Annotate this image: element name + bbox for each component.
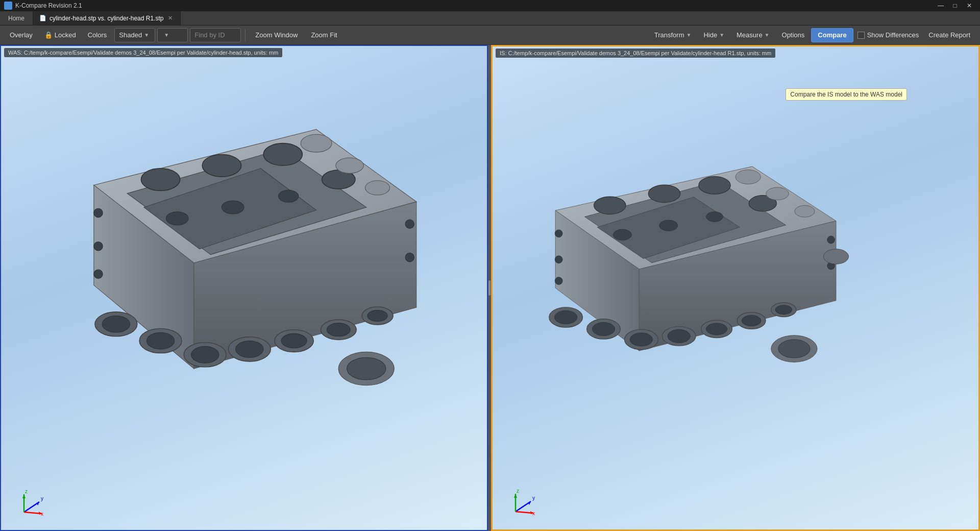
svg-point-70 bbox=[775, 305, 792, 315]
show-differences-container: Show Differences bbox=[854, 31, 922, 39]
svg-point-33 bbox=[301, 134, 332, 152]
show-differences-checkbox[interactable] bbox=[857, 32, 865, 39]
svg-point-81 bbox=[823, 249, 848, 264]
svg-point-23 bbox=[327, 323, 350, 336]
svg-point-4 bbox=[141, 168, 180, 191]
left-viewport-label: WAS: C:/temp/k-compare/Esempi/Validate d… bbox=[4, 48, 282, 57]
svg-point-49 bbox=[594, 197, 626, 214]
locked-toggle[interactable]: 🔒 Locked bbox=[40, 31, 80, 39]
close-button[interactable]: ✕ bbox=[963, 1, 976, 10]
svg-point-29 bbox=[405, 220, 414, 228]
svg-point-77 bbox=[778, 340, 810, 358]
svg-point-50 bbox=[648, 185, 680, 202]
svg-marker-87 bbox=[514, 494, 517, 498]
svg-point-54 bbox=[613, 229, 631, 240]
secondary-dropdown[interactable]: ▼ bbox=[157, 28, 188, 42]
transform-label: Transform bbox=[654, 31, 684, 39]
zoom-window-button[interactable]: Zoom Window bbox=[250, 28, 303, 42]
hide-button[interactable]: Hide ▼ bbox=[698, 28, 730, 42]
lock-icon: 🔒 bbox=[44, 31, 53, 39]
svg-point-27 bbox=[94, 242, 103, 251]
svg-point-15 bbox=[146, 332, 174, 349]
svg-text:z: z bbox=[517, 489, 519, 494]
svg-text:y: y bbox=[532, 495, 535, 501]
svg-point-78 bbox=[736, 170, 761, 184]
svg-point-68 bbox=[742, 315, 761, 326]
overlay-button[interactable]: Overlay bbox=[4, 28, 38, 42]
svg-point-73 bbox=[555, 277, 562, 285]
right-viewport[interactable]: IS: C:/temp/k-compare/Esempi/Validate de… bbox=[491, 45, 980, 531]
transform-arrow: ▼ bbox=[686, 32, 691, 38]
create-report-button[interactable]: Create Report bbox=[923, 28, 976, 42]
svg-point-21 bbox=[281, 333, 307, 348]
tab-home[interactable]: Home bbox=[0, 11, 33, 25]
svg-point-26 bbox=[94, 208, 103, 217]
svg-point-10 bbox=[222, 201, 244, 214]
right-viewport-label: IS: C:/temp/k-compare/Esempi/Validate de… bbox=[496, 49, 775, 58]
measure-button[interactable]: Measure ▼ bbox=[731, 28, 775, 42]
svg-point-25 bbox=[368, 310, 387, 322]
separator-1 bbox=[245, 29, 246, 41]
svg-point-35 bbox=[365, 181, 390, 195]
tab-file-icon: 📄 bbox=[39, 15, 46, 21]
svg-text:x: x bbox=[41, 511, 43, 517]
transform-button[interactable]: Transform ▼ bbox=[649, 28, 697, 42]
shaded-dropdown[interactable]: Shaded ▼ bbox=[114, 28, 155, 42]
measure-arrow: ▼ bbox=[765, 32, 770, 38]
svg-point-71 bbox=[555, 230, 562, 237]
svg-marker-37 bbox=[37, 502, 39, 505]
svg-point-6 bbox=[263, 143, 302, 166]
svg-point-19 bbox=[236, 341, 263, 358]
svg-point-9 bbox=[166, 212, 188, 225]
svg-point-13 bbox=[102, 316, 130, 332]
minimize-button[interactable]: — bbox=[934, 1, 947, 10]
svg-text:x: x bbox=[532, 511, 535, 516]
left-axis-indicator: x y z bbox=[16, 489, 47, 520]
hide-label: Hide bbox=[703, 31, 717, 39]
hide-arrow: ▼ bbox=[719, 32, 724, 38]
right-axis-indicator: x y z bbox=[508, 489, 538, 519]
find-by-id-input[interactable] bbox=[190, 28, 241, 42]
colors-button[interactable]: Colors bbox=[82, 28, 113, 42]
tab-home-label: Home bbox=[8, 15, 24, 22]
tab-bar: Home 📄 cylinder-head.stp vs. cylinder-he… bbox=[0, 11, 980, 26]
title-bar: K-Compare Revision 2.1 — □ ✕ bbox=[0, 0, 980, 11]
svg-point-58 bbox=[554, 310, 577, 324]
tab-close-button[interactable]: ✕ bbox=[166, 14, 174, 22]
svg-point-51 bbox=[699, 177, 730, 194]
options-button[interactable]: Options bbox=[776, 28, 811, 42]
svg-point-74 bbox=[827, 236, 835, 244]
svg-point-32 bbox=[347, 357, 386, 380]
svg-point-30 bbox=[405, 253, 414, 261]
svg-point-56 bbox=[706, 212, 723, 222]
svg-point-55 bbox=[659, 220, 678, 231]
svg-point-62 bbox=[630, 333, 652, 346]
maximize-button[interactable]: □ bbox=[948, 1, 962, 10]
left-viewport[interactable]: WAS: C:/temp/k-compare/Esempi/Validate d… bbox=[0, 45, 488, 531]
shaded-dropdown-arrow: ▼ bbox=[144, 32, 149, 38]
svg-marker-83 bbox=[528, 501, 531, 505]
toolbar: Overlay 🔒 Locked Colors Shaded ▼ ▼ Zoom … bbox=[0, 26, 980, 45]
zoom-fit-button[interactable]: Zoom Fit bbox=[305, 28, 342, 42]
tab-file[interactable]: 📄 cylinder-head.stp vs. cylinder-head R1… bbox=[33, 11, 181, 25]
svg-point-34 bbox=[336, 158, 363, 174]
measure-label: Measure bbox=[737, 31, 763, 39]
right-viewport-bg: IS: C:/temp/k-compare/Esempi/Validate de… bbox=[493, 46, 978, 529]
locked-label: Locked bbox=[55, 31, 76, 39]
svg-marker-41 bbox=[22, 494, 26, 498]
svg-point-11 bbox=[279, 190, 299, 202]
window-controls: — □ ✕ bbox=[934, 1, 976, 10]
svg-text:z: z bbox=[25, 489, 28, 494]
left-viewport-bg: WAS: C:/temp/k-compare/Esempi/Validate d… bbox=[1, 46, 487, 530]
viewport-divider[interactable] bbox=[488, 45, 491, 531]
svg-point-72 bbox=[555, 256, 562, 263]
secondary-dropdown-arrow: ▼ bbox=[164, 32, 169, 38]
toolbar-right: Transform ▼ Hide ▼ Measure ▼ Options Com… bbox=[649, 28, 976, 42]
svg-point-79 bbox=[766, 187, 789, 200]
svg-point-66 bbox=[706, 323, 727, 335]
tab-file-label: cylinder-head.stp vs. cylinder-head R1.s… bbox=[50, 15, 163, 22]
app-icon bbox=[4, 2, 12, 10]
compare-button[interactable]: Compare bbox=[811, 28, 853, 42]
show-differences-label: Show Differences bbox=[867, 31, 919, 39]
app-title: K-Compare Revision 2.1 bbox=[15, 2, 82, 9]
